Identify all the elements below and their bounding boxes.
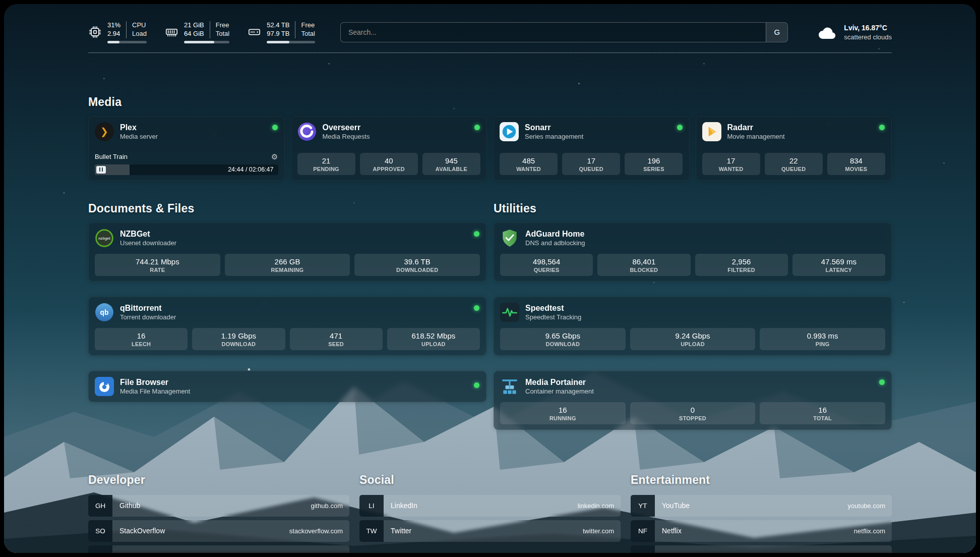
playback-progress-bar[interactable]: 24:44 / 02:06:47 [95,164,278,175]
search-provider-button[interactable]: G [766,23,787,42]
service-card-filebrowser[interactable]: File Browser Media File Management [88,371,486,402]
service-card-overseerr[interactable]: Overseerr Media Requests 21PENDING 40APP… [291,116,487,181]
media-card-grid: ❯ Plex Media server Bullet Train ⚙ [88,116,892,181]
bookmark-url: github.com [311,502,343,510]
service-name: Radarr [727,123,785,133]
service-card-plex[interactable]: ❯ Plex Media server Bullet Train ⚙ [88,116,285,181]
topbar-divider [88,52,892,53]
bookmark-abbr: YT [631,495,655,517]
bookmark-linkedin[interactable]: LI LinkedIn linkedin.com [359,495,621,517]
service-subtitle: Movie management [727,133,785,141]
memory-progress-fill [184,41,214,43]
section-heading-social: Social [359,473,621,487]
status-dot [879,125,885,130]
cpu-icon [88,25,102,39]
service-subtitle: Speedtest Tracking [525,313,581,321]
disk-progress-fill [267,41,289,43]
bookmark-twitter[interactable]: TW Twitter twitter.com [359,520,621,542]
service-name: Speedtest [525,303,581,313]
service-name: Media Portainer [525,377,594,387]
bookmark-url: twitter.com [583,527,614,535]
service-card-adguard[interactable]: AdGuard Home DNS and adblocking 498,564Q… [494,222,892,282]
top-bar: 31% 2.94 CPU Load [88,21,892,43]
section-heading-entertainment: Entertainment [631,473,892,487]
bookmark-name: StackOverflow [119,527,289,535]
bookmark-url: reddit.com [854,552,885,553]
bookmark-group-entertainment: Entertainment YT YouTube youtube.com NF … [631,473,892,553]
bookmark-youtube[interactable]: YT YouTube youtube.com [631,495,892,517]
status-dot [474,125,480,130]
service-name: File Browser [120,377,190,387]
bookmark-github[interactable]: GH Github github.com [88,495,349,517]
cpu-load-label: Load [132,30,147,38]
qbittorrent-icon: qb [95,303,114,322]
service-name: NZBGet [120,229,176,239]
bookmark-dev[interactable]: DT DEV dev.to [88,545,349,553]
service-stats: 16LEECH 1.19 GbpsDOWNLOAD 471SEED 618.52… [95,328,480,350]
weather-location: Lviv, 16.87°C [844,23,892,33]
bookmark-url: dev.to [326,552,343,553]
service-subtitle: Container management [525,387,594,396]
cpu-progress-track [107,41,147,43]
system-widgets: 31% 2.94 CPU Load [88,21,315,43]
service-stats: 9.65 GbpsDOWNLOAD 9.24 GbpsUPLOAD 0.993 … [500,328,885,350]
bookmark-abbr: SO [88,520,112,542]
status-dot [474,382,479,388]
service-stats: 17WANTED 22QUEUED 834MOVIES [702,153,886,175]
section-heading-developer: Developer [88,473,349,487]
service-card-nzbget[interactable]: nzbget NZBGet Usenet downloader 744.21 M… [88,222,486,282]
portainer-icon [500,377,519,396]
memory-total-value: 64 GiB [184,30,204,38]
bookmark-name: Twitter [391,527,583,535]
section-heading-media: Media [88,95,892,109]
bookmark-reddit[interactable]: RE Reddit reddit.com [631,545,892,553]
search-bar: G [340,22,788,42]
status-dot [474,305,479,311]
adguard-icon [500,229,519,248]
section-heading-documents: Documents & Files [88,202,486,215]
radarr-icon [702,122,721,141]
hard-drive-icon [248,25,261,39]
filebrowser-icon [95,377,114,396]
bookmark-name: Github [119,502,311,510]
service-card-speedtest[interactable]: Speedtest Speedtest Tracking 9.65 GbpsDO… [494,297,892,356]
bookmark-abbr: NF [631,520,655,542]
bookmark-stackoverflow[interactable]: SO StackOverflow stackoverflow.com [88,520,349,542]
section-heading-utilities: Utilities [494,202,892,215]
service-stats: 498,564QUERIES 86,401BLOCKED 2,956FILTER… [500,254,885,276]
bookmark-name: YouTube [662,502,848,510]
pause-icon[interactable] [96,166,106,174]
service-card-portainer[interactable]: Media Portainer Container management 16R… [494,371,892,430]
service-card-radarr[interactable]: Radarr Movie management 17WANTED 22QUEUE… [696,116,892,181]
service-name: Sonarr [525,123,583,133]
service-name: Overseerr [323,123,370,133]
cpu-load-value: 2.94 [107,30,120,38]
service-subtitle: Series management [525,133,583,141]
cpu-usage-value: 31% [107,21,120,30]
status-dot [677,125,683,130]
search-input[interactable] [340,22,788,42]
disk-total-value: 97.9 TB [267,30,289,38]
service-stats: 21PENDING 40APPROVED 945AVAILABLE [297,153,481,175]
disk-total-label: Total [301,30,315,38]
service-subtitle: Usenet downloader [120,239,176,247]
now-playing-title: Bullet Train [95,153,128,160]
status-dot [272,125,278,130]
utilities-column: Utilities AdGuard [494,202,892,430]
service-name: Plex [120,123,158,133]
bookmark-url: stackoverflow.com [289,527,343,535]
cpu-label: CPU [132,21,147,30]
bookmark-abbr: TW [359,520,384,542]
disk-widget: 52.4 TB 97.9 TB Free Total [248,21,315,43]
playback-time: 24:44 / 02:06:47 [228,164,273,175]
bookmark-name: Netflix [662,527,854,535]
memory-free-label: Free [216,21,229,30]
bookmark-netflix[interactable]: NF Netflix netflix.com [631,520,892,542]
service-name: qBittorrent [120,303,176,313]
bookmark-url: netflix.com [854,527,885,535]
service-card-sonarr[interactable]: Sonarr Series management 485WANTED 17QUE… [493,116,690,181]
service-card-qbittorrent[interactable]: qb qBittorrent Torrent downloader 16LEEC… [88,297,486,356]
bookmark-url: youtube.com [848,502,885,510]
settings-icon[interactable]: ⚙ [271,152,278,161]
service-subtitle: Media Requests [323,133,370,141]
